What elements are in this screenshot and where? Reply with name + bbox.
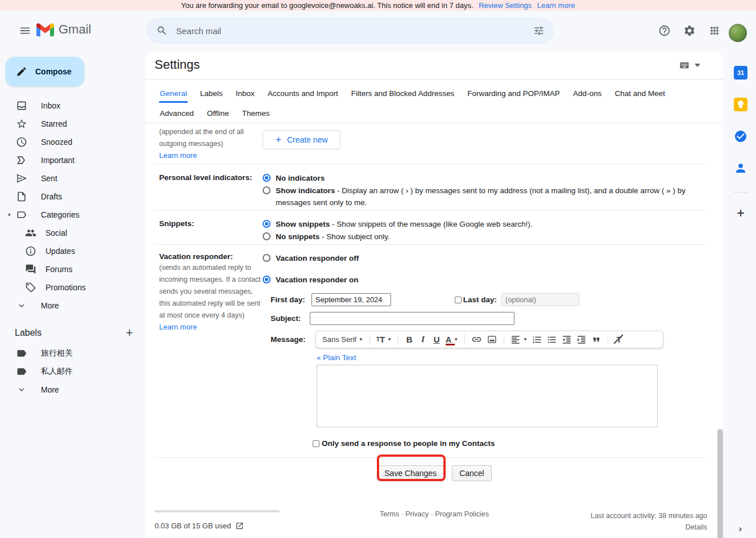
tasks-icon[interactable] — [725, 125, 756, 148]
tab-labels[interactable]: Labels — [200, 84, 223, 103]
radio-selected-icon[interactable] — [263, 220, 271, 228]
radio-icon[interactable] — [263, 186, 271, 194]
radio-selected-icon[interactable] — [263, 276, 271, 283]
sidebar-item-drafts[interactable]: Drafts — [0, 187, 146, 206]
tune-icon[interactable] — [529, 21, 549, 40]
sidebar-item-categories[interactable]: ▾ Categories — [0, 206, 146, 224]
vacation-off-option[interactable]: Vacation responder off — [263, 252, 707, 269]
compose-button[interactable]: Compose — [6, 57, 84, 86]
tab-filters-blocked[interactable]: Filters and Blocked Addresses — [351, 84, 455, 103]
collapse-chevron-icon[interactable]: › — [733, 522, 747, 536]
banner-text: You are forwarding your email to googlev… — [181, 1, 473, 10]
keep-icon[interactable] — [725, 93, 756, 116]
sidebar-item-more[interactable]: More — [0, 297, 146, 315]
sidebar-item-updates[interactable]: Updates — [0, 242, 146, 260]
plain-text-link[interactable]: « Plain Text — [317, 353, 356, 362]
add-label-icon[interactable]: + — [126, 327, 133, 339]
first-day-input[interactable] — [311, 293, 391, 306]
input-tools-toggle[interactable] — [678, 60, 700, 70]
vacation-message-textarea[interactable] — [317, 365, 658, 427]
image-button[interactable] — [485, 333, 499, 347]
show-indicators-option[interactable]: Show indicators - Display an arrow ( › )… — [263, 185, 707, 208]
radio-icon[interactable] — [263, 232, 271, 240]
sidebar-item-important[interactable]: Important — [0, 151, 146, 169]
sidebar-item-starred[interactable]: Starred — [0, 115, 146, 133]
tab-offline[interactable]: Offline — [206, 103, 230, 123]
outdent-button[interactable] — [560, 333, 574, 347]
ordered-list-button[interactable] — [530, 333, 544, 347]
contacts-icon[interactable] — [725, 157, 756, 180]
align-button[interactable]: ▼ — [509, 333, 529, 347]
sidebar-item-inbox[interactable]: Inbox — [0, 97, 146, 115]
sidebar-item-label: Inbox — [41, 101, 60, 110]
search-icon[interactable] — [152, 21, 172, 40]
avatar[interactable] — [729, 24, 747, 42]
italic-button[interactable]: I — [417, 333, 429, 347]
review-settings-link[interactable]: Review Settings — [479, 1, 531, 10]
sidebar-label-private[interactable]: 私人邮件 — [0, 362, 146, 381]
last-day-checkbox[interactable] — [455, 297, 462, 303]
text-color-button[interactable]: A▼ — [444, 333, 460, 347]
help-icon[interactable] — [653, 19, 676, 42]
font-family-select[interactable]: Sans Serif▼ — [321, 333, 365, 347]
show-snippets-option[interactable]: Show snippets - Show snippets of the mes… — [263, 218, 707, 230]
tab-advanced[interactable]: Advanced — [159, 103, 194, 123]
bold-button[interactable]: B — [403, 333, 416, 347]
radio-selected-icon[interactable] — [263, 174, 271, 182]
contacts-only-checkbox[interactable] — [313, 440, 319, 447]
sidebar-item-social[interactable]: Social — [0, 224, 146, 242]
indent-button[interactable] — [575, 333, 588, 347]
gmail-logo[interactable]: Gmail — [36, 22, 91, 37]
contacts-only-option[interactable]: Only send a response to people in my Con… — [313, 439, 707, 448]
search-input[interactable] — [176, 26, 529, 36]
open-in-new-icon[interactable] — [235, 522, 244, 530]
link-button[interactable] — [470, 333, 484, 347]
hamburger-menu-icon[interactable] — [13, 18, 38, 43]
vacation-learn-more-link[interactable]: Learn more — [159, 323, 197, 331]
apps-grid-icon[interactable] — [703, 19, 726, 42]
sidebar-item-forums[interactable]: Forums — [0, 260, 146, 278]
banner-learn-more-link[interactable]: Learn more — [537, 1, 575, 10]
tab-chat-meet[interactable]: Chat and Meet — [614, 84, 666, 103]
quote-button[interactable] — [589, 333, 603, 347]
tab-themes[interactable]: Themes — [242, 103, 271, 123]
sidebar-item-label: Updates — [45, 247, 75, 256]
cancel-button[interactable]: Cancel — [452, 465, 492, 481]
sidebar-labels-more[interactable]: More — [0, 381, 146, 399]
calendar-icon[interactable]: 31 — [725, 61, 756, 84]
sidebar-label-travel[interactable]: 旅行相关 — [0, 344, 146, 362]
option-description: - Show subject only. — [319, 232, 390, 241]
program-policies-link[interactable]: Program Policies — [435, 510, 488, 518]
privacy-link[interactable]: Privacy — [405, 510, 429, 518]
collapse-triangle-icon[interactable]: ▾ — [8, 212, 11, 218]
tab-forwarding-pop-imap[interactable]: Forwarding and POP/IMAP — [467, 84, 560, 103]
sidebar-item-sent[interactable]: Sent — [0, 169, 146, 187]
no-snippets-option[interactable]: No snippets - Show subject only. — [263, 231, 707, 243]
last-day-input[interactable] — [501, 293, 579, 306]
gear-icon[interactable] — [678, 19, 701, 42]
no-indicators-option[interactable]: No indicators — [263, 172, 707, 184]
vertical-scrollbar[interactable] — [717, 429, 723, 538]
label-filled-icon — [16, 366, 27, 377]
create-signature-button[interactable]: + Create new — [263, 130, 340, 149]
remove-formatting-button[interactable]: T — [613, 333, 625, 347]
subject-input[interactable] — [310, 312, 514, 325]
bullet-list-button[interactable] — [545, 333, 559, 347]
tab-general[interactable]: General — [159, 84, 188, 103]
signature-learn-more-link[interactable]: Learn more — [159, 151, 197, 160]
radio-icon[interactable] — [263, 254, 271, 262]
tab-accounts-import[interactable]: Accounts and Import — [267, 84, 339, 103]
tab-addons[interactable]: Add-ons — [572, 84, 602, 103]
font-size-button[interactable]: TT▼ — [375, 333, 393, 347]
underline-button[interactable]: U — [430, 333, 443, 347]
add-icon[interactable]: + — [725, 202, 756, 224]
sidebar-item-promotions[interactable]: Promotions — [0, 278, 146, 297]
sidebar-item-snoozed[interactable]: Snoozed — [0, 133, 146, 151]
terms-link[interactable]: Terms — [380, 510, 399, 518]
separator: · — [431, 510, 433, 518]
tab-inbox[interactable]: Inbox — [235, 84, 255, 103]
search-bar[interactable] — [147, 18, 554, 44]
details-link[interactable]: Details — [591, 522, 707, 533]
save-changes-button[interactable]: Save Changes — [377, 465, 444, 481]
vacation-on-option[interactable]: Vacation responder on — [263, 274, 707, 286]
